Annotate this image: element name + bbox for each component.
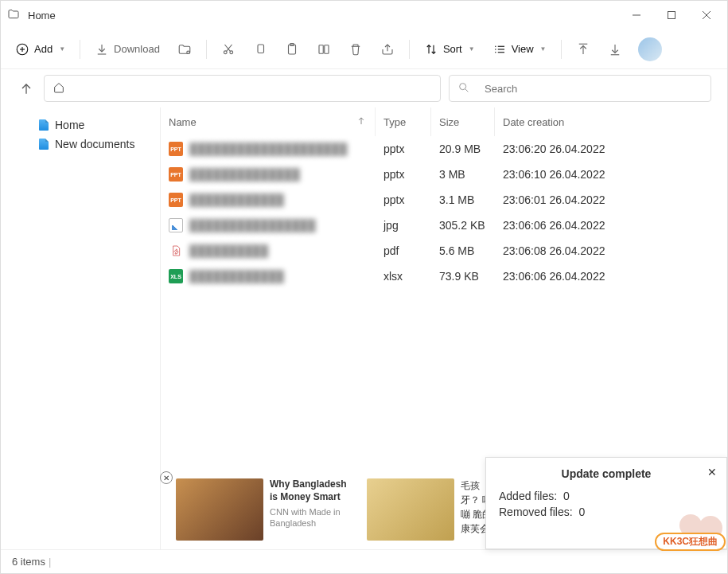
file-type: jpg [376,219,431,232]
ppt-icon: PPT [169,142,183,156]
delete-button[interactable] [342,37,369,61]
file-name: ██████████████ [189,168,300,181]
sort-ascending-icon [356,115,367,129]
sort-button[interactable]: Sort ▼ [418,37,481,61]
maximize-button[interactable] [664,7,679,23]
home-icon [53,81,65,96]
cut-button[interactable] [215,37,242,61]
xls-icon: XLS [169,269,183,283]
file-row[interactable]: XLS████████████xlsx73.9 KB23:06:06 26.04… [161,264,727,289]
file-name: ████████████████████ [189,143,347,155]
col-header-type[interactable]: Type [376,107,431,136]
close-icon[interactable]: ✕ [707,466,717,478]
file-row[interactable]: ██████████pdf5.6 MB23:06:08 26.04.2022 [161,238,727,264]
ad-image [176,478,263,541]
document-icon [39,119,49,131]
search-input[interactable] [485,83,703,95]
separator [206,40,207,59]
new-folder-button[interactable] [171,37,198,61]
pdf-icon [169,244,183,258]
separator [80,40,80,59]
ad-title: Why Bangladesh is Money Smart [270,478,347,502]
svg-point-12 [224,50,227,53]
file-size: 5.6 MB [431,244,495,257]
svg-rect-1 [668,12,675,19]
nav-up-button[interactable] [17,80,36,96]
file-date: 23:06:06 26.04.2022 [495,219,622,232]
separator [409,40,410,59]
paste-button[interactable] [278,37,306,61]
sidebar-item-home[interactable]: Home [39,115,160,135]
col-header-date[interactable]: Date creation [495,107,622,136]
file-name: ████████████ [189,270,284,283]
notification-title: Update complete [499,467,714,480]
ad-item[interactable]: 毛孩 牙？ 嘎嘣 脆的 康芙会 [367,478,492,541]
item-count: 6 items [12,556,45,568]
share-button[interactable] [374,37,401,61]
svg-line-36 [465,89,468,92]
document-icon [39,139,49,150]
file-date: 23:06:08 26.04.2022 [495,244,622,257]
file-type: pptx [376,193,431,206]
file-size: 305.2 KB [431,219,495,232]
toolbar: Add ▼ Download Sort ▼ View ▼ [1,29,727,69]
download-button[interactable]: Download [88,37,166,61]
chevron-down-icon: ▼ [469,45,475,53]
file-type: xlsx [376,270,431,283]
col-header-name[interactable]: Name [161,107,376,136]
minimize-button[interactable] [629,7,644,23]
file-type: pptx [376,143,431,155]
file-row[interactable]: PPT██████████████pptx3 MB23:06:10 26.04.… [161,162,727,187]
sidebar: Home New documents [1,107,160,549]
file-date: 23:06:01 26.04.2022 [495,193,622,206]
file-date: 23:06:06 26.04.2022 [495,270,622,283]
upload-toolbar-button[interactable] [570,37,597,61]
column-headers: Name Type Size Date creation [161,107,727,136]
window-title: Home [28,10,56,21]
ad-image [367,478,454,541]
download-label: Download [114,43,160,55]
file-date: 23:06:10 26.04.2022 [495,168,622,181]
file-size: 20.9 MB [431,143,495,155]
sidebar-item-label: Home [55,119,84,131]
ad-close-button[interactable]: ✕ [160,471,173,484]
search-field[interactable] [449,75,711,102]
download-toolbar-button[interactable] [601,37,629,61]
close-button[interactable] [699,7,714,23]
add-button[interactable]: Add ▼ [9,37,72,61]
search-icon [457,81,470,96]
file-row[interactable]: PPT████████████████████pptx20.9 MB23:06:… [161,136,727,162]
file-size: 3.1 MB [431,193,495,206]
sidebar-item-new-documents[interactable]: New documents [39,135,160,154]
svg-point-13 [230,50,233,53]
rename-button[interactable] [310,37,337,61]
titlebar: Home [1,1,727,29]
file-name: ████████████ [189,193,284,206]
copy-button[interactable] [247,37,274,61]
ppt-icon: PPT [169,167,183,182]
file-name: ████████████████ [189,219,316,232]
added-files-line: Added files: 0 [499,490,714,502]
view-button[interactable]: View ▼ [486,37,553,61]
file-row[interactable]: ████████████████jpg305.2 KB23:06:06 26.0… [161,213,727,238]
svg-rect-16 [258,45,264,53]
file-size: 3 MB [431,168,495,181]
file-type: pdf [376,244,431,257]
sort-label: Sort [443,43,462,55]
file-name: ██████████ [189,244,268,257]
ppt-icon: PPT [169,193,183,207]
avatar[interactable] [638,37,662,61]
svg-rect-19 [319,45,323,53]
watermark: KK3C狂想曲 [678,511,726,551]
col-header-size[interactable]: Size [431,107,495,136]
sidebar-item-label: New documents [55,138,134,150]
file-date: 23:06:20 26.04.2022 [495,143,622,155]
file-size: 73.9 KB [431,270,495,283]
ad-source: CNN with Made in Bangladesh [270,506,357,529]
folder-icon [7,8,20,23]
svg-point-35 [460,83,466,89]
path-field[interactable] [44,75,441,102]
addressbar [1,69,727,107]
ad-item[interactable]: Why Bangladesh is Money Smart CNN with M… [176,478,357,541]
file-row[interactable]: PPT████████████pptx3.1 MB23:06:01 26.04.… [161,187,727,213]
